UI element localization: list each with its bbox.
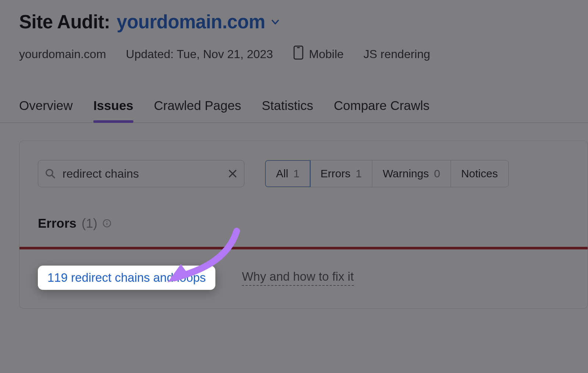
meta-js-rendering[interactable]: JS rendering	[363, 47, 430, 61]
filter-warnings-label: Warnings	[383, 167, 429, 180]
project-domain-text: yourdomain.com	[117, 11, 265, 33]
tab-issues[interactable]: Issues	[93, 98, 133, 122]
filter-warnings-count: 0	[434, 167, 440, 180]
svg-line-3	[52, 175, 54, 178]
tab-crawled-pages[interactable]: Crawled Pages	[154, 98, 241, 122]
errors-heading-count: (1)	[82, 216, 97, 231]
meta-updated: Updated: Tue, Nov 21, 2023	[126, 47, 273, 61]
filter-all-count: 1	[293, 167, 300, 180]
search-input[interactable]: redirect chains	[38, 160, 244, 187]
page-title-row: Site Audit: yourdomain.com	[19, 11, 588, 33]
issues-panel: redirect chains All 1 Errors 1 Warnings …	[19, 141, 588, 309]
issue-row: 119 redirect chains and loops Why and ho…	[19, 266, 588, 290]
svg-point-8	[107, 221, 108, 222]
controls-row: redirect chains All 1 Errors 1 Warnings …	[19, 160, 588, 187]
meta-domain: yourdomain.com	[19, 47, 106, 61]
filter-errors-label: Errors	[320, 167, 351, 180]
mobile-icon	[293, 45, 304, 63]
search-input-value: redirect chains	[62, 167, 228, 181]
filter-errors[interactable]: Errors 1	[310, 160, 372, 187]
errors-heading: Errors (1)	[19, 216, 588, 231]
meta-device[interactable]: Mobile	[293, 45, 344, 63]
meta-row: yourdomain.com Updated: Tue, Nov 21, 202…	[19, 45, 588, 63]
filter-warnings[interactable]: Warnings 0	[372, 160, 451, 187]
errors-heading-label: Errors	[38, 216, 76, 231]
page-title-prefix: Site Audit:	[19, 11, 110, 33]
clear-search-button[interactable]	[228, 169, 237, 178]
tab-statistics[interactable]: Statistics	[262, 98, 313, 122]
page-root: Site Audit: yourdomain.com yourdomain.co…	[0, 0, 588, 373]
info-icon[interactable]	[103, 219, 111, 228]
filter-pills: All 1 Errors 1 Warnings 0 Notices	[265, 160, 509, 187]
meta-device-label: Mobile	[309, 47, 344, 61]
filter-errors-count: 1	[356, 167, 362, 180]
issue-link-redirect-chains[interactable]: 119 redirect chains and loops	[38, 266, 215, 290]
project-domain-dropdown[interactable]: yourdomain.com	[117, 11, 281, 33]
chevron-down-icon	[270, 17, 280, 27]
filter-notices[interactable]: Notices	[451, 160, 508, 187]
filter-all-label: All	[276, 167, 288, 180]
errors-divider	[19, 247, 588, 249]
tab-overview[interactable]: Overview	[19, 98, 73, 122]
tabs: Overview Issues Crawled Pages Statistics…	[0, 98, 588, 123]
search-icon	[45, 168, 56, 179]
tab-compare-crawls[interactable]: Compare Crawls	[334, 98, 430, 122]
why-and-how-link[interactable]: Why and how to fix it	[242, 270, 354, 286]
filter-all[interactable]: All 1	[265, 160, 311, 187]
filter-notices-label: Notices	[461, 167, 498, 180]
